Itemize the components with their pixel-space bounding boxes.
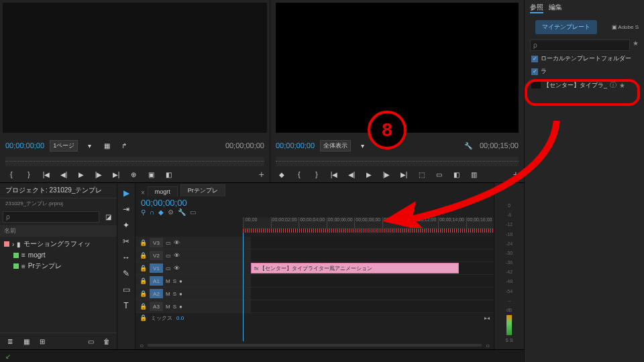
tab-edit[interactable]: 編集 — [549, 3, 562, 13]
track-toggle[interactable]: V2 — [150, 251, 163, 260]
play-icon[interactable]: ▶ — [75, 169, 87, 180]
lock-icon[interactable]: 🔒 — [140, 239, 147, 246]
program-viewport[interactable] — [276, 3, 519, 133]
solo-icon[interactable]: S — [510, 338, 513, 343]
record-icon[interactable]: ● — [179, 291, 182, 297]
grid-icon[interactable]: ▦ — [101, 140, 113, 151]
go-out-icon[interactable]: ▶| — [110, 169, 122, 180]
chevron-down-icon[interactable]: ▾ — [356, 140, 368, 151]
lock-icon[interactable]: 🔒 — [140, 303, 147, 310]
program-fit-select[interactable]: 全体表示 — [320, 140, 351, 152]
source-page-select[interactable]: 1ページ — [50, 140, 78, 152]
slip-tool-icon[interactable]: ↔ — [120, 251, 132, 263]
add-button-icon[interactable]: + — [513, 169, 519, 180]
expand-icon[interactable]: ▸◂ — [484, 315, 490, 321]
lock-icon[interactable]: 🔒 — [140, 290, 147, 297]
trash-icon[interactable]: 🗑 — [101, 336, 113, 347]
step-back-icon[interactable]: ◀| — [345, 169, 358, 180]
mute-icon[interactable]: M — [166, 304, 170, 310]
project-item[interactable]: ›▮モーショングラフィッ — [0, 238, 117, 250]
wrench-icon[interactable]: 🔧 — [462, 140, 474, 151]
track-output-icon[interactable]: ▭ — [166, 253, 171, 259]
wrench-icon[interactable]: 🔧 — [178, 208, 186, 216]
source-viewport[interactable] — [3, 3, 267, 133]
go-in-icon[interactable]: |◀ — [40, 169, 52, 180]
eye-icon[interactable]: 👁 — [174, 252, 180, 259]
insert-icon[interactable]: ⊕ — [127, 169, 140, 180]
selection-tool-icon[interactable]: ▶ — [120, 187, 132, 199]
export-frame-icon[interactable]: ◧ — [162, 169, 174, 180]
timeline-tab[interactable]: Prテンプレ — [180, 184, 225, 196]
track-toggle[interactable]: V1 — [150, 263, 163, 273]
lock-icon[interactable]: 🔒 — [140, 314, 147, 321]
tab-browse[interactable]: 参照 — [530, 3, 543, 13]
filter-icon[interactable]: ◪ — [102, 211, 114, 222]
track-output-icon[interactable]: ▭ — [166, 240, 171, 246]
info-icon[interactable]: ⓘ — [610, 80, 616, 90]
extract-icon[interactable]: ▭ — [433, 169, 445, 180]
new-bin-icon[interactable]: ▭ — [85, 336, 97, 347]
go-out-icon[interactable]: ▶| — [398, 169, 410, 180]
export-frame-icon[interactable]: ◧ — [450, 169, 462, 180]
track-toggle[interactable]: A1 — [150, 276, 163, 286]
track-output-icon[interactable]: ▭ — [166, 265, 171, 272]
settings-icon[interactable]: ⚙ — [168, 208, 174, 216]
record-icon[interactable]: ● — [179, 304, 182, 310]
list-view-icon[interactable]: ≣ — [4, 336, 16, 347]
star-icon[interactable]: ★ — [619, 82, 625, 89]
caption-icon[interactable]: ▭ — [190, 208, 196, 216]
templates-search-input[interactable] — [530, 40, 630, 51]
program-tc-in[interactable]: 00;00;00;00 — [276, 141, 315, 149]
template-item[interactable]: 【センター】タイプラ_ ⓘ ★ — [525, 78, 644, 93]
chevron-down-icon[interactable]: ▾ — [83, 140, 95, 151]
eye-icon[interactable]: 👁 — [174, 239, 180, 246]
lock-icon[interactable]: 🔒 — [140, 252, 147, 259]
adobe-stock-link[interactable]: ▣ Adobe S — [612, 24, 639, 30]
timeline-clip[interactable]: fx 【センター】タイプライター風アニメーション — [251, 263, 459, 274]
step-back-icon[interactable]: ◀| — [58, 169, 70, 180]
type-tool-icon[interactable]: T — [120, 300, 132, 312]
go-in-icon[interactable]: |◀ — [328, 169, 340, 180]
track-toggle[interactable]: A2 — [150, 289, 163, 298]
lock-icon[interactable]: 🔒 — [140, 265, 147, 272]
project-tab[interactable]: プロジェクト: 231029_テンプレ — [0, 183, 117, 198]
track-select-tool-icon[interactable]: ⇥ — [120, 203, 132, 215]
marker-icon[interactable]: ◆ — [276, 169, 288, 180]
solo-icon[interactable]: S — [505, 338, 508, 343]
add-button-icon[interactable]: + — [259, 169, 264, 180]
icon-view-icon[interactable]: ▦ — [20, 336, 32, 347]
project-col-name[interactable]: 名前 — [0, 225, 117, 237]
zoom-in-icon[interactable]: ○ — [486, 342, 490, 349]
project-item[interactable]: ≡mogrt — [0, 250, 117, 260]
play-icon[interactable]: ▶ — [363, 169, 375, 180]
snap-icon[interactable]: ⚲ — [141, 208, 146, 216]
razor-tool-icon[interactable]: ✂ — [120, 235, 132, 247]
mark-in-icon[interactable]: { — [5, 169, 17, 180]
program-time-ruler[interactable] — [276, 157, 519, 166]
freeform-icon[interactable]: ⊞ — [36, 336, 48, 347]
mix-value[interactable]: 0.0 — [176, 315, 184, 321]
ripple-tool-icon[interactable]: ✦ — [120, 219, 132, 231]
timeline-zoom-scrollbar[interactable] — [148, 344, 482, 347]
marker-icon[interactable]: ◆ — [158, 208, 164, 216]
lock-icon[interactable]: 🔒 — [140, 278, 147, 284]
mark-in-icon[interactable]: { — [293, 169, 305, 180]
record-icon[interactable]: ● — [179, 278, 182, 284]
project-item[interactable]: ≡Prテンプレ — [0, 260, 117, 272]
step-out-icon[interactable]: ↱ — [118, 140, 130, 151]
source-time-ruler[interactable] — [5, 157, 264, 166]
my-templates-button[interactable]: マイテンプレート — [535, 20, 597, 34]
close-tab-icon[interactable]: × — [141, 189, 145, 196]
step-fwd-icon[interactable]: |▶ — [93, 169, 105, 180]
timeline-tc[interactable]: 00;00;00;00 — [141, 198, 187, 208]
local-templates-checkbox[interactable]: ✓ローカルテンプレートフォルダー — [525, 52, 644, 65]
lift-icon[interactable]: ⬚ — [415, 169, 427, 180]
hand-tool-icon[interactable]: ▭ — [120, 284, 132, 296]
mark-out-icon[interactable]: } — [311, 169, 323, 180]
compare-icon[interactable]: ▥ — [468, 169, 480, 180]
solo-icon[interactable]: S — [173, 278, 176, 284]
track-toggle[interactable]: A3 — [150, 302, 163, 311]
solo-icon[interactable]: S — [173, 304, 176, 310]
solo-icon[interactable]: S — [173, 291, 176, 297]
pen-tool-icon[interactable]: ✎ — [120, 267, 132, 280]
